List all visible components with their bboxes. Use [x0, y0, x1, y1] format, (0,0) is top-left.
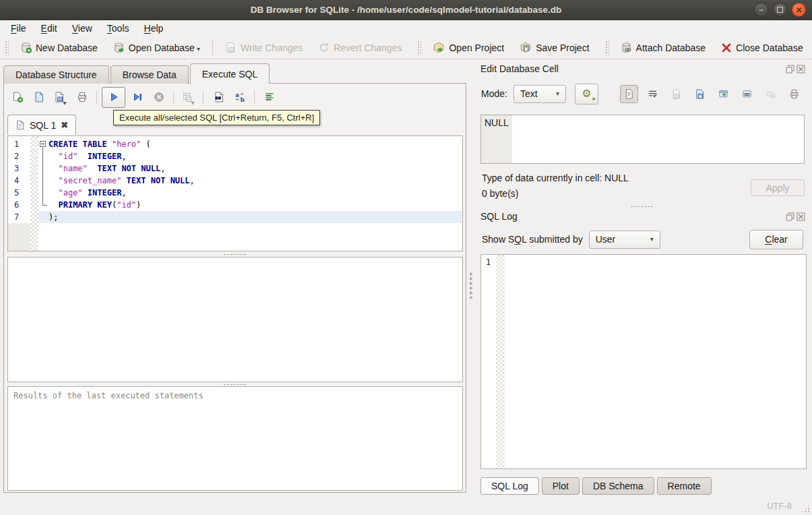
sql-log-title: SQL Log — [480, 211, 518, 222]
menu-tools[interactable]: Tools — [100, 22, 137, 35]
save-results-dropdown-icon[interactable]: ▾ — [191, 100, 194, 107]
close-database-icon — [721, 42, 732, 53]
toolbar-drag-handle[interactable] — [605, 40, 609, 55]
toolbar-separator — [96, 90, 97, 104]
menubar: File Edit View Tools Help — [0, 20, 812, 36]
tab-browse-data[interactable]: Browse Data — [111, 65, 189, 84]
results-placeholder: Results of the last executed statements — [13, 391, 204, 400]
dock-float-icon[interactable] — [786, 212, 794, 221]
word-wrap-button[interactable] — [644, 85, 662, 103]
open-in-app-button[interactable] — [714, 85, 732, 103]
execute-sql-button[interactable] — [102, 87, 125, 108]
stop-icon — [154, 92, 164, 102]
sql-tab-close-icon[interactable]: ✖ — [61, 121, 68, 129]
cell-value: NULL — [485, 117, 509, 128]
sql-log-filter-row: Show SQL submitted by User ▾ Clear — [482, 229, 803, 249]
results-grid-pane — [7, 257, 463, 382]
splitter-handle[interactable] — [7, 252, 463, 256]
tab-database-structure[interactable]: Database Structure — [3, 65, 109, 84]
cell-size-info: 0 byte(s) — [482, 188, 518, 199]
revert-changes-button[interactable]: Revert Changes — [311, 39, 408, 56]
find-button[interactable] — [208, 88, 228, 107]
sql-log-view[interactable]: 1 — [480, 254, 807, 469]
main-toolbar: New Database Open Database ▾ Write Chang… — [0, 36, 812, 59]
menu-view[interactable]: View — [65, 22, 100, 35]
code-line: "name" TEXT NOT NULL, — [38, 162, 462, 175]
auto-apply-button[interactable]: ⚙ ▸ — [575, 84, 598, 104]
text-mode-button[interactable] — [620, 85, 638, 103]
toolbar-separator — [254, 90, 255, 104]
menu-edit[interactable]: Edit — [34, 22, 65, 35]
dock-float-icon[interactable] — [786, 65, 794, 73]
code-area[interactable]: CREATE TABLE "hero" ( "id" INTEGER, "nam… — [38, 136, 462, 251]
edit-cell-header: Edit Database Cell — [480, 63, 805, 75]
open-database-button[interactable]: Open Database ▾ — [106, 39, 207, 56]
tab-remote[interactable]: Remote — [657, 477, 712, 495]
stop-execution-button[interactable] — [149, 88, 168, 107]
main-content: Database Structure Browse Data Execute S… — [0, 59, 812, 497]
results-message-pane: Results of the last executed statements — [7, 386, 463, 491]
toolbar-drag-handle[interactable] — [5, 40, 9, 55]
gear-arrow-icon: ▸ — [592, 96, 596, 102]
execute-current-line-button[interactable] — [127, 88, 147, 107]
toolbar-separator — [203, 90, 204, 104]
print-cell-button[interactable] — [785, 85, 803, 103]
dock-splitter-handle[interactable] — [476, 204, 809, 208]
save-sql-dropdown-icon[interactable]: ▾ — [63, 100, 66, 107]
import-cell-button[interactable] — [667, 85, 685, 103]
tab-execute-sql[interactable]: Execute SQL — [190, 63, 270, 84]
sql-log-header: SQL Log — [480, 210, 805, 222]
open-sql-file-button[interactable] — [29, 88, 49, 107]
save-results-button[interactable]: ▾ — [179, 88, 198, 107]
vertical-splitter-handle[interactable] — [470, 272, 472, 299]
code-line: "secret_name" TEXT NOT NULL, — [38, 175, 462, 187]
minimize-button[interactable]: − — [754, 3, 768, 17]
gutter-fill — [8, 223, 30, 251]
tab-db-schema[interactable]: DB Schema — [582, 477, 654, 495]
new-tab-icon — [12, 92, 23, 102]
resize-grip[interactable] — [802, 505, 810, 513]
apply-button[interactable]: Apply — [751, 179, 805, 196]
edit-cell-title: Edit Database Cell — [480, 63, 559, 74]
menu-file[interactable]: File — [3, 22, 34, 35]
fold-marker-collapse[interactable] — [38, 138, 49, 150]
tab-sql-log[interactable]: SQL Log — [480, 477, 539, 495]
text-document-icon — [624, 89, 634, 99]
right-dock: Edit Database Cell Mode: Text ▾ ⚙ ▸ — [476, 59, 809, 497]
find-replace-button[interactable]: ab — [230, 88, 249, 107]
set-null-button[interactable] — [761, 85, 780, 103]
mode-select-caret-icon: ▾ — [556, 90, 559, 97]
close-database-button[interactable]: Close Database — [714, 40, 810, 56]
format-sql-button[interactable] — [259, 88, 279, 107]
save-sql-file-button[interactable]: ▾ — [51, 88, 70, 107]
clear-log-button[interactable]: Clear — [749, 230, 803, 249]
database-attach-icon — [621, 42, 632, 53]
open-database-dropdown-icon[interactable]: ▾ — [197, 46, 200, 53]
open-project-button[interactable]: Open Project — [426, 39, 511, 56]
menu-help[interactable]: Help — [137, 22, 171, 35]
link-icon — [742, 89, 752, 99]
close-button[interactable]: ✕ — [792, 3, 806, 17]
export-cell-button[interactable] — [691, 85, 709, 103]
print-sql-button[interactable] — [72, 88, 92, 107]
log-source-select[interactable]: User ▾ — [589, 231, 660, 249]
mode-label: Mode: — [481, 88, 507, 99]
new-sql-tab-button[interactable] — [7, 88, 27, 107]
import-icon — [671, 89, 681, 99]
attach-database-button[interactable]: Attach Database — [614, 39, 713, 56]
cell-value-editor[interactable]: NULL — [480, 115, 805, 164]
dock-close-icon[interactable] — [797, 212, 805, 221]
tab-plot[interactable]: Plot — [542, 477, 580, 495]
dock-close-icon[interactable] — [797, 65, 805, 73]
mode-select[interactable]: Text ▾ — [513, 85, 566, 103]
save-project-button[interactable]: Save Project — [513, 39, 596, 56]
sql-1-tab[interactable]: SQL 1 ✖ — [7, 115, 76, 135]
sql-code-editor[interactable]: 1 2 3 4 5 6 7 CREATE TABLE "hero" ( "id"… — [7, 135, 463, 251]
write-changes-button[interactable]: Write Changes — [218, 39, 309, 56]
link-data-button[interactable] — [738, 85, 756, 103]
new-database-button[interactable]: New Database — [13, 39, 104, 56]
toolbar-drag-handle[interactable] — [417, 40, 421, 55]
svg-text:a: a — [235, 92, 239, 98]
maximize-button[interactable] — [773, 3, 787, 17]
sql-file-icon — [15, 120, 25, 130]
